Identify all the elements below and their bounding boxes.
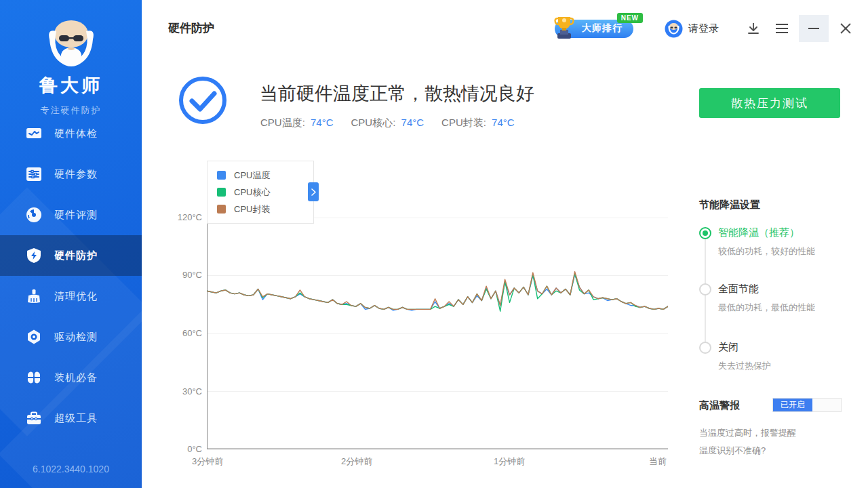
cpu-temp-value: 74°C xyxy=(311,117,334,128)
ytick-0: 0°C xyxy=(161,444,202,454)
trophy-icon xyxy=(551,13,578,41)
option-label[interactable]: 全面节能 xyxy=(718,283,855,296)
sidebar-item-label: 清理优化 xyxy=(54,290,98,303)
cpu-package-label: CPU封装: xyxy=(441,117,486,128)
option-desc: 较低的功耗，较好的性能 xyxy=(718,245,855,258)
radio-off[interactable] xyxy=(699,342,711,354)
legend-swatch-cpu-temp xyxy=(217,171,226,180)
gauge-icon xyxy=(26,207,42,223)
cpu-package-value: 74°C xyxy=(492,117,515,128)
sidebar: 鲁大师 专注硬件防护 硬件体检 xyxy=(0,0,142,488)
sidebar-item-hardware-checkup[interactable]: 硬件体检 xyxy=(0,113,142,154)
download-button[interactable] xyxy=(742,15,765,42)
option-desc: 最低的功耗，最低的性能 xyxy=(718,302,855,314)
ludashi-window: 鲁大师 专注硬件防护 硬件体检 xyxy=(0,0,868,488)
status-headline: 当前硬件温度正常，散热情况良好 xyxy=(260,81,534,106)
sidebar-item-label: 装机必备 xyxy=(54,371,98,384)
toggle-on-label: 已开启 xyxy=(773,399,812,411)
radio-full-powersave[interactable] xyxy=(699,283,711,296)
download-icon xyxy=(747,22,760,35)
monitor-icon xyxy=(26,125,42,142)
sidebar-item-setup-essentials[interactable]: 装机必备 xyxy=(0,357,142,398)
sidebar-item-clean-optimize[interactable]: 清理优化 xyxy=(0,276,142,317)
sidebar-item-label: 驱动检测 xyxy=(54,331,98,344)
option-off: 关闭 失去过热保护 xyxy=(699,341,855,372)
ytick-90: 90°C xyxy=(161,270,202,280)
nut-icon xyxy=(26,329,42,345)
sidebar-item-label: 硬件评测 xyxy=(54,209,98,222)
cpu-package-stat: CPU封装: 74°C xyxy=(441,117,515,129)
master-ranking-label: 大师排行 xyxy=(582,22,623,35)
stress-test-button[interactable]: 散热压力测试 xyxy=(699,88,840,118)
high-temp-alarm-toggle[interactable]: 已开启 xyxy=(772,398,842,412)
login-label: 请登录 xyxy=(688,22,719,35)
alarm-description: 当温度过高时，报警提醒 xyxy=(699,427,796,439)
broom-icon xyxy=(26,288,42,304)
chevron-right-icon xyxy=(311,188,316,196)
cpu-core-label: CPU核心: xyxy=(351,117,396,128)
sidebar-item-label: 硬件防护 xyxy=(54,249,98,262)
sidebar-item-super-tools[interactable]: 超级工具 xyxy=(0,398,142,439)
sidebar-item-label: 硬件参数 xyxy=(54,168,98,181)
ytick-30: 30°C xyxy=(161,386,202,396)
topbar-actions: 大师排行 NEW 请登录 xyxy=(555,14,857,43)
toolbox-icon xyxy=(26,410,42,426)
sidebar-item-hardware-protection[interactable]: 硬件防护 xyxy=(0,235,142,276)
xtick-1min: 1分钟前 xyxy=(494,455,525,468)
apps-icon xyxy=(26,369,42,386)
legend-label-cpu-package: CPU封装 xyxy=(234,203,270,216)
xtick-3min: 3分钟前 xyxy=(192,455,223,468)
chart-legend: CPU温度 CPU核心 CPU封装 xyxy=(207,161,314,224)
app-logo: 鲁大师 专注硬件防护 xyxy=(0,16,142,117)
radio-smart-cooling[interactable] xyxy=(699,227,711,239)
sidebar-nav: 硬件体检 硬件参数 xyxy=(0,113,142,439)
temperature-line-chart xyxy=(207,218,668,449)
main-menu-button[interactable] xyxy=(770,15,793,42)
master-ranking-button[interactable]: 大师排行 NEW xyxy=(555,20,633,38)
sidebar-item-hardware-benchmark[interactable]: 硬件评测 xyxy=(0,195,142,235)
login-button[interactable]: 请登录 xyxy=(665,20,719,38)
close-button[interactable] xyxy=(834,15,857,42)
high-temp-alarm-title: 高温警报 xyxy=(699,399,740,412)
minimize-button[interactable] xyxy=(799,15,829,42)
app-name: 鲁大师 xyxy=(0,73,142,98)
page-title: 硬件防护 xyxy=(168,20,214,36)
cooling-settings-title: 节能降温设置 xyxy=(699,199,760,211)
legend-item-cpu-package[interactable]: CPU封装 xyxy=(208,201,313,218)
option-desc: 失去过热保护 xyxy=(718,360,855,372)
option-label[interactable]: 智能降温（推荐） xyxy=(718,226,855,239)
option-smart-cooling: 智能降温（推荐） 较低的功耗，较好的性能 xyxy=(699,226,855,258)
ytick-120: 120°C xyxy=(161,212,202,222)
avatar-icon xyxy=(665,20,683,38)
sidebar-item-hardware-params[interactable]: 硬件参数 xyxy=(0,154,142,195)
sidebar-item-driver-detect[interactable]: 驱动检测 xyxy=(0,317,142,357)
temp-inaccurate-link[interactable]: 温度识别不准确? xyxy=(699,445,766,457)
sidebar-item-label: 超级工具 xyxy=(54,412,98,425)
legend-swatch-cpu-core xyxy=(217,188,226,197)
shield-icon xyxy=(26,247,42,264)
minimize-icon xyxy=(808,27,819,30)
legend-expand-button[interactable] xyxy=(308,182,319,201)
hamburger-menu-icon xyxy=(775,23,789,34)
ytick-60: 60°C xyxy=(161,328,202,338)
cpu-stats: CPU温度: 74°C CPU核心: 74°C CPU封装: 74°C xyxy=(260,117,532,129)
cpu-temp-label: CPU温度: xyxy=(260,117,305,128)
status-ok-check-icon xyxy=(178,75,228,125)
sidebar-item-label: 硬件体检 xyxy=(54,127,98,140)
cpu-temp-stat: CPU温度: 74°C xyxy=(260,117,334,129)
close-icon xyxy=(840,22,852,35)
legend-label-cpu-core: CPU核心 xyxy=(234,186,270,199)
legend-label-cpu-temp: CPU温度 xyxy=(234,169,270,182)
option-full-powersave: 全面节能 最低的功耗，最低的性能 xyxy=(699,283,855,314)
option-label[interactable]: 关闭 xyxy=(718,341,855,354)
sliders-icon xyxy=(26,166,42,182)
mascot-icon xyxy=(43,16,100,69)
legend-item-cpu-core[interactable]: CPU核心 xyxy=(208,184,313,201)
cpu-core-stat: CPU核心: 74°C xyxy=(351,117,425,129)
xtick-now: 当前 xyxy=(649,455,667,468)
legend-swatch-cpu-package xyxy=(217,205,226,214)
version-number: 6.1022.3440.1020 xyxy=(0,464,142,474)
xtick-2min: 2分钟前 xyxy=(341,455,372,468)
legend-item-cpu-temp[interactable]: CPU温度 xyxy=(208,167,313,184)
cpu-core-value: 74°C xyxy=(401,117,425,128)
